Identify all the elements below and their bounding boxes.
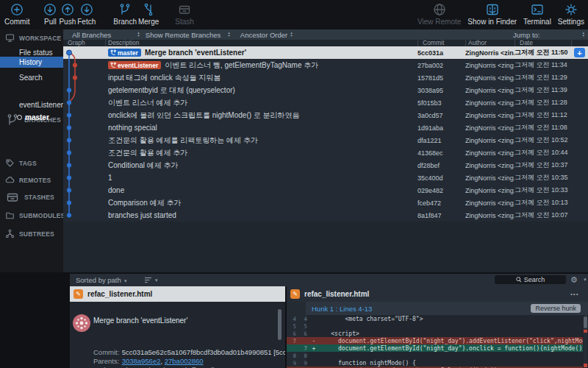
reverse-hunk-button[interactable]: Reverse hunk: [531, 304, 581, 313]
column-header-date[interactable]: Date: [520, 39, 533, 46]
commit-message: Comparison 예제 추가: [108, 198, 181, 208]
commit-message-cell: nothing special: [105, 124, 417, 132]
parent-commit-link[interactable]: 27ba002860: [165, 357, 204, 365]
hunk-range-label: Hunk 1 : Lines 4-13: [312, 305, 372, 313]
changed-file-name: refac_listener.html: [87, 290, 152, 298]
show-in-finder-button[interactable]: Show in Finder: [467, 2, 517, 26]
commit-hash: 35c400d: [417, 174, 465, 182]
commit-message-cell: Comparison 예제 추가: [105, 198, 417, 208]
commit-button[interactable]: Commit: [4, 2, 29, 26]
diff-code: function nightMode() {: [317, 360, 416, 367]
commit-date: 그저께 오전 10:44: [514, 148, 571, 158]
commit-date: 그저께 오전 10:35: [514, 173, 571, 183]
column-header-description[interactable]: Description: [108, 39, 140, 46]
sort-by-dropdown[interactable]: Sorted by path▼: [76, 276, 128, 284]
changed-file-row[interactable]: ✎refac_listener.html: [70, 286, 285, 302]
commit-details-panel: Merge branch 'eventListener' Commit: 5cc…: [70, 302, 285, 368]
filter-dropdown-ancestor-order[interactable]: Ancestor Order▴▾: [240, 31, 293, 39]
commit-row[interactable]: eventListener이벤트 리스너 뺌, getElementByTagN…: [63, 59, 588, 71]
commit-row[interactable]: branches just started8a1f847ZingNorris <…: [63, 209, 588, 222]
sidebar-section-subtrees[interactable]: SUBTREES: [0, 228, 63, 239]
commit-date: 그저께 오전 11:08: [514, 123, 571, 132]
commit-date: 그저께 오전 11:29: [514, 73, 571, 82]
settings-button[interactable]: Settings: [558, 2, 584, 26]
column-separator[interactable]: [417, 40, 418, 46]
view-options-dropdown[interactable]: ▼: [144, 277, 159, 283]
commit-row[interactable]: 이벤트 리스너 예제 추가5f015b3ZingNorris <zing...그…: [63, 96, 588, 109]
column-separator[interactable]: [571, 40, 572, 46]
sidebar-section-workspace[interactable]: WORKSPACE: [0, 32, 63, 43]
more-options-icon[interactable]: •••: [570, 291, 579, 297]
jump-to-stepper-icon[interactable]: ▴▾: [582, 32, 584, 37]
commit-list-header: GraphDescriptionCommitAuthorDate: [63, 40, 588, 46]
chevron-down-icon[interactable]: ▼: [583, 274, 587, 286]
branch-badge-eventListener[interactable]: eventListener: [108, 61, 161, 69]
commit-author: ZingNorris <zing...: [465, 112, 514, 119]
old-line-number: 6: [287, 330, 298, 337]
commit-row[interactable]: nothing special1d91abaZingNorris <zing..…: [63, 121, 588, 134]
diff-scrollbar-thumb[interactable]: [584, 316, 587, 328]
commit-row[interactable]: Conditional 예제 추가df28befZingNorris <zing…: [63, 159, 588, 171]
commit-row[interactable]: 조건문의 활용 예제 추가41368ecZingNorris <zing...그…: [63, 146, 588, 159]
fetch-button[interactable]: Fetch: [77, 2, 96, 26]
sidebar-section-label: SUBTREES: [19, 230, 54, 238]
commit-message: 1: [108, 174, 112, 182]
commit-row[interactable]: Comparison 예제 추가fceb472ZingNorris <zing.…: [63, 197, 588, 209]
parents-label: Parents:: [93, 357, 120, 365]
commit-row[interactable]: 135c400dZingNorris <zing...그저께 오전 10:35: [63, 171, 588, 184]
badge-label: eventListener: [118, 62, 158, 69]
sidebar-item-label: History: [19, 58, 42, 66]
arrow-up-circle-icon: [60, 2, 75, 17]
commit-author: ZingNorris <zing...: [465, 199, 514, 207]
sidebar-section-remotes[interactable]: REMOTES: [0, 174, 63, 185]
commit-hash: 029e482: [417, 187, 465, 194]
commit-message-cell: Conditional 예제 추가: [105, 160, 417, 171]
toolbar-button-label: Fetch: [77, 18, 96, 26]
parent-commit-link[interactable]: 3038a956e2: [122, 357, 161, 365]
terminal-button[interactable]: Terminal: [523, 2, 551, 26]
commit-message: input 태그에 onclick 속성을 지워봄: [108, 73, 220, 83]
commit-hash-value: 5cc031a5e62c5a1067f8bcdf3db0ad01b4990851…: [122, 348, 285, 356]
commit-row[interactable]: done029e482ZingNorris <zing...그저께 오전 10:…: [63, 184, 588, 197]
plus-circle-icon: [10, 2, 24, 17]
new-line-number: 9: [298, 360, 309, 367]
sidebar-section-tags[interactable]: TAGS: [0, 158, 63, 169]
toolbar-right-group: View RemoteShow in FinderTerminalSetting…: [411, 2, 584, 26]
column-separator[interactable]: [514, 40, 515, 46]
commit-author: ZingNorris <zing...: [465, 74, 514, 82]
column-header-commit[interactable]: Commit: [423, 39, 444, 46]
pull-button[interactable]: Pull: [43, 2, 57, 26]
merge-icon: [141, 2, 156, 17]
commit-hash: 5cc031a: [417, 49, 465, 57]
column-separator[interactable]: [465, 40, 466, 46]
commit-hash: 5f015b3: [417, 99, 465, 107]
commit-row[interactable]: masterMerge branch 'eventListener'5cc031…: [63, 46, 588, 59]
filter-dropdown-show-remote-branches[interactable]: Show Remote Branches▴▾: [146, 31, 230, 39]
old-line-number: 7: [287, 338, 298, 344]
commit-row[interactable]: onclick에 몰려 있던 스크립트를 nightMode() 로 분리하였음…: [63, 109, 588, 121]
details-scrollbar[interactable]: [278, 309, 282, 340]
column-header-graph[interactable]: Graph: [68, 39, 85, 46]
merge-button[interactable]: Merge: [138, 2, 159, 26]
bottom-left-gap: [0, 274, 70, 368]
push-button[interactable]: Push: [59, 2, 76, 26]
commit-author: ZingNorris <zing...: [465, 212, 514, 219]
search-input[interactable]: Search: [495, 275, 566, 284]
add-tag-button[interactable]: +: [574, 48, 585, 57]
jump-to-control[interactable]: Jump to: ▴▾: [513, 31, 588, 39]
commit-row[interactable]: 조건문의 활용 예제를 리팩토링하는 예제 추가dfa1221ZingNorri…: [63, 134, 588, 146]
commit-row[interactable]: getelementbyid 로 대체 (queryselector)3038a…: [63, 84, 588, 96]
diff-settings-gear-icon[interactable]: ⚙: [570, 274, 578, 286]
view-remote-button: View Remote: [417, 2, 461, 26]
sidebar-section-label: SUBMODULES: [19, 212, 63, 219]
filter-dropdown-all-branches[interactable]: All Branches▴▾: [72, 31, 140, 39]
commit-row[interactable]: input 태그에 onclick 속성을 지워봄15781d5ZingNorr…: [63, 71, 588, 84]
branch-button[interactable]: Branch: [113, 2, 137, 26]
commit-date: 그저께 오전 10:52: [514, 135, 571, 145]
commit-message-cell: 이벤트 리스너 예제 추가: [105, 98, 417, 108]
sidebar-section-stashes[interactable]: STASHES: [0, 191, 63, 202]
column-separator[interactable]: [105, 40, 106, 46]
sidebar-section-submodules[interactable]: SUBMODULES: [0, 210, 63, 221]
branch-badge-master[interactable]: master: [108, 49, 141, 57]
column-header-author[interactable]: Author: [468, 39, 487, 46]
